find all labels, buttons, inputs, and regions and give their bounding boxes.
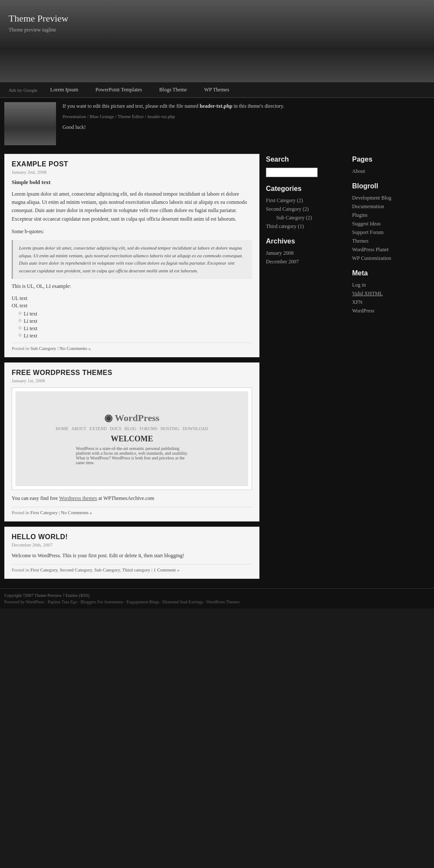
navbar: Ads by Google Lorem Ipsum PowerPoint Tem… (0, 82, 434, 98)
nav-link-4[interactable]: WP Themes (196, 83, 238, 97)
search-input[interactable] (266, 168, 318, 177)
blogroll-item-7: WordPress Planet (352, 246, 430, 253)
blogroll-link-7[interactable]: WordPress Planet (352, 247, 389, 253)
blogroll-link-3[interactable]: Plugins (352, 212, 368, 218)
meta-item-1: Log in (352, 281, 430, 288)
li-item-1: Li text (19, 311, 252, 317)
blockquote: Lorem ipsum dolor sit amet, consectetur … (12, 240, 252, 279)
pages-list: About (352, 168, 430, 175)
site-header: Theme Preview Theme preview tagline (0, 0, 434, 82)
meta-link-wordpress[interactable]: WordPress (352, 308, 375, 314)
blogroll-link-4[interactable]: Suggest Ideas (352, 221, 381, 227)
cat-link-2[interactable]: Second Category (2) (266, 206, 309, 212)
wp-description: WordPress is a state-of-the-art semantic… (72, 446, 192, 465)
site-tagline: Theme preview tagline (9, 27, 425, 33)
meta-item-3: XFN (352, 299, 430, 306)
sidebar-categories-section: Categories First Category (2) Second Cat… (266, 185, 343, 230)
li-item-2: Li text (19, 318, 252, 325)
header-text-line2: in this theme's directory. (232, 103, 284, 109)
meta-link-xhtml[interactable]: Valid XHTML (352, 290, 383, 297)
archive-link-1[interactable]: January 2008 (266, 250, 293, 256)
meta-title: Meta (352, 269, 430, 277)
blockquote-text: Lorem ipsum dolor sit amet, consectetur … (19, 244, 246, 275)
li-item-3: Li text (19, 325, 252, 332)
nav-links: Lorem Ipsum PowerPoint Templates Blogs T… (42, 83, 238, 97)
header-text-line1: If you want to edit this picture and tex… (62, 103, 200, 109)
hw-cat-2[interactable]: Second Category (59, 567, 92, 572)
wp-posted-in[interactable]: First Category (30, 510, 57, 515)
archive-item-1: January 2008 (266, 250, 343, 256)
meta-list: Log in Valid XHTML XFN WordPress (352, 281, 430, 314)
cat-link-3[interactable]: Sub Category (2) (271, 215, 312, 221)
blogroll-item-2: Documentation (352, 203, 430, 210)
blogroll-link-8[interactable]: WP Customization (352, 255, 391, 261)
sidebar-blogroll-section: Blogroll Development Blog Documentation … (352, 182, 430, 262)
pages-title: Pages (352, 156, 430, 163)
hw-comments[interactable]: 1 Comment » (153, 567, 179, 572)
wp-nav-bar: HOME ABOUT EXTEND DOCS BLOG FORUMS HOSTI… (56, 426, 208, 431)
nav-link-2[interactable]: PowerPoint Templates (87, 83, 151, 97)
post-li-list: Li text Li text Li text Li text (19, 311, 252, 339)
page-link-about[interactable]: About (352, 168, 365, 174)
post-footer-wp: Posted in First Category | No Comments » (12, 507, 252, 515)
cat-link-1[interactable]: First Category (2) (266, 197, 303, 203)
blogroll-title: Blogroll (352, 182, 430, 190)
blogroll-item-4: Suggest Ideas (352, 220, 430, 227)
cat-item-1: First Category (2) (266, 197, 343, 204)
blogroll-link-2[interactable]: Documentation (352, 203, 384, 209)
wp-welcome: WELCOME (111, 434, 153, 443)
cat-item-3: Sub Category (2) (266, 214, 343, 221)
wp-logo: ◉ WordPress (104, 412, 159, 424)
blogroll-link-1[interactable]: Development Blog (352, 195, 391, 201)
blogroll-link-6[interactable]: Themes (352, 238, 368, 244)
sidebar-search-section: Search (266, 156, 343, 177)
blogroll-item-6: Themes (352, 237, 430, 244)
post-hello-world: HELLO WORLD! December 26th, 2007 Welcome… (4, 527, 259, 579)
post-wp-themes: FREE WORDPRESS THEMES January 1st, 2008 … (4, 362, 259, 521)
post-body-example: Lorem ipsum dolor sit amet, consectetur … (12, 190, 252, 223)
nav-link-3[interactable]: Blogs Theme (151, 83, 196, 97)
meta-link-login[interactable]: Log in (352, 282, 366, 288)
categories-list: First Category (2) Second Category (2) S… (266, 197, 343, 230)
wp-themes-link[interactable]: Wordpress themes (59, 495, 97, 501)
site-footer: Copyright ?2007 Theme Preview ? Entries … (0, 588, 434, 609)
sidebar-meta-section: Meta Log in Valid XHTML XFN WordPress (352, 269, 430, 314)
archive-item-2: December 2007 (266, 258, 343, 265)
page-item-1: About (352, 168, 430, 175)
ul-item-1: UL text (12, 295, 252, 302)
post-title-hw: HELLO WORLD! (12, 533, 252, 541)
footer-links: Powered by WordPress · Papirus Tuta Ego … (4, 599, 430, 604)
comments-link[interactable]: No Comments » (59, 346, 91, 351)
wp-comments[interactable]: No Comments » (61, 510, 92, 515)
search-title: Search (266, 156, 343, 163)
sidebar-pages-section: Pages About (352, 156, 430, 175)
blogroll-item-1: Development Blog (352, 194, 430, 201)
post-body-hw: Welcome to WordPress. This is your first… (12, 552, 252, 560)
header-content-box: If you want to edit this picture and tex… (0, 98, 434, 150)
hw-cat-3[interactable]: Sub Category (94, 567, 120, 572)
meta-link-xfn[interactable]: XFN (352, 299, 362, 305)
header-php-file: header-txt.php (200, 103, 232, 109)
post-body-wp: You can easy find free Wordpress themes … (12, 494, 252, 503)
post-body-text-1: Lorem ipsum dolor sit amet, consectetur … (12, 190, 252, 223)
li-item-4: Li text (19, 333, 252, 339)
meta-item-2: Valid XHTML (352, 290, 430, 297)
sidebar-left: Search Categories First Category (2) Sec… (266, 156, 343, 584)
nav-link-1[interactable]: Lorem Ipsum (42, 83, 87, 97)
hw-cat-4[interactable]: Third category (122, 567, 150, 572)
post-footer-hw: Posted in First Category, Second Categor… (12, 564, 252, 572)
ads-label: Ads by Google (4, 84, 42, 96)
posted-in-link[interactable]: Sub Category (30, 346, 56, 351)
cat-item-4: Third category (1) (266, 223, 343, 230)
content-area: EXAMPLE POST January 2nd, 2008 Simple bo… (4, 154, 259, 584)
blogroll-link-5[interactable]: Support Forum (352, 229, 384, 235)
hw-cat-1[interactable]: First Category (30, 567, 57, 572)
post-title-wp: FREE WORDPRESS THEMES (12, 369, 252, 377)
archive-link-2[interactable]: December 2007 (266, 259, 299, 265)
header-image (4, 102, 56, 145)
hw-body-text: Welcome to WordPress. This is your first… (12, 553, 184, 559)
wp-body-text: You can easy find free (12, 495, 59, 501)
post-bquotes-label: Some b-quotes: (12, 228, 252, 236)
sidebar-right: Pages About Blogroll Development Blog Do… (352, 156, 430, 584)
cat-link-4[interactable]: Third category (1) (266, 223, 304, 229)
